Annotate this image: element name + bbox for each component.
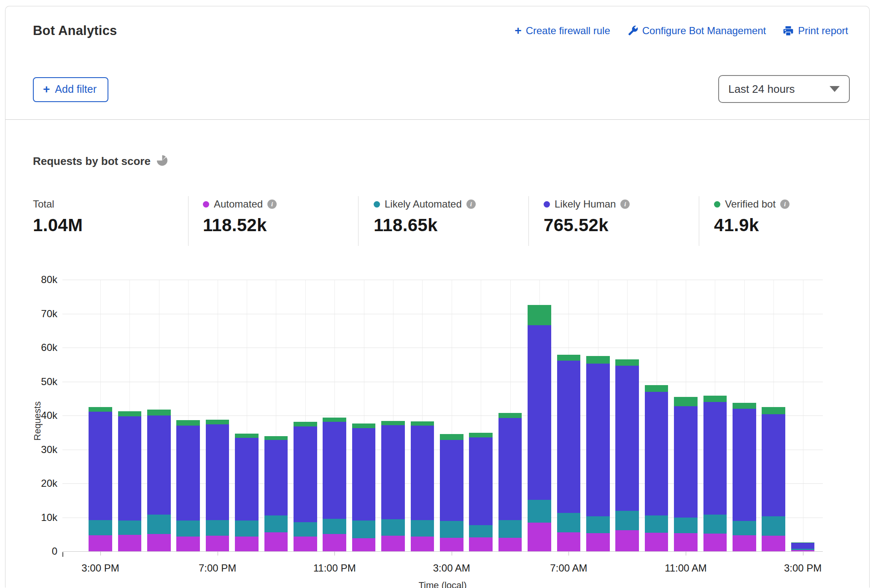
stacked-bar[interactable] bbox=[557, 355, 581, 551]
bar-segment-automated bbox=[323, 534, 346, 551]
stacked-bar[interactable] bbox=[762, 407, 785, 551]
bar-segment-likely-automated bbox=[440, 521, 463, 537]
verified-bot-dot-icon bbox=[714, 201, 720, 208]
bar-segment-likely-human bbox=[264, 440, 288, 515]
stacked-bar[interactable] bbox=[469, 433, 493, 551]
stacked-bar[interactable] bbox=[733, 403, 756, 551]
x-axis-tick bbox=[569, 552, 569, 556]
time-range-dropdown[interactable]: Last 24 hours bbox=[718, 75, 850, 103]
bar-segment-automated bbox=[381, 536, 405, 551]
bar-segment-likely-automated bbox=[294, 522, 317, 537]
bar-segment-verified-bot bbox=[294, 422, 317, 426]
bar-segment-automated bbox=[206, 536, 229, 551]
bar-segment-likely-human bbox=[557, 361, 581, 513]
bar-segment-likely-automated bbox=[498, 520, 522, 538]
create-firewall-rule-link[interactable]: + Create firewall rule bbox=[515, 25, 610, 37]
stacked-bar[interactable] bbox=[674, 397, 698, 551]
bar-segment-automated bbox=[264, 532, 288, 551]
bar-segment-automated bbox=[147, 534, 171, 551]
bar-segment-likely-automated bbox=[118, 521, 142, 535]
bar-segment-automated bbox=[89, 535, 112, 551]
bar-segment-likely-human bbox=[586, 364, 610, 516]
bot-analytics-card: Bot Analytics + Create firewall rule Con… bbox=[5, 6, 870, 588]
info-icon[interactable]: i bbox=[780, 200, 789, 209]
plus-icon: + bbox=[43, 85, 50, 94]
bar-segment-likely-automated bbox=[615, 511, 639, 530]
stacked-bar[interactable] bbox=[118, 411, 142, 551]
bar-segment-likely-human bbox=[498, 418, 522, 520]
stat-likely-automated: Likely Automated i 118.65k bbox=[374, 198, 476, 235]
bar-segment-likely-automated bbox=[703, 515, 727, 534]
bar-segment-automated bbox=[733, 535, 756, 551]
stacked-bar[interactable] bbox=[791, 542, 815, 551]
bar-segment-likely-automated bbox=[674, 518, 698, 534]
stat-value: 118.52k bbox=[203, 215, 277, 235]
stacked-bar[interactable] bbox=[294, 422, 317, 551]
bar-segment-likely-human bbox=[791, 543, 815, 549]
bar-segment-likely-human bbox=[411, 426, 434, 520]
stacked-bar[interactable] bbox=[440, 434, 463, 551]
bar-segment-verified-bot bbox=[440, 434, 463, 440]
y-axis-tick-label: 10k bbox=[28, 512, 57, 523]
stat-label: Verified bot i bbox=[714, 198, 789, 210]
stacked-bar[interactable] bbox=[645, 385, 668, 551]
stacked-bar[interactable] bbox=[615, 359, 639, 551]
stacked-bar[interactable] bbox=[89, 407, 112, 551]
bar-segment-likely-human bbox=[206, 424, 229, 520]
bar-segment-automated bbox=[528, 523, 551, 551]
stacked-bar[interactable] bbox=[352, 423, 376, 551]
bar-segment-verified-bot bbox=[733, 403, 756, 409]
bar-segment-likely-human bbox=[147, 415, 171, 515]
x-axis-tick-label: 7:00 AM bbox=[550, 562, 587, 574]
bar-segment-automated bbox=[498, 538, 522, 551]
stacked-bar[interactable] bbox=[498, 413, 522, 551]
y-axis-tick-label: 30k bbox=[28, 444, 57, 456]
add-filter-button[interactable]: + Add filter bbox=[33, 77, 108, 102]
x-axis-line bbox=[62, 551, 823, 552]
bar-segment-likely-automated bbox=[411, 520, 434, 537]
bar-segment-likely-automated bbox=[528, 500, 551, 523]
stacked-bar[interactable] bbox=[264, 436, 288, 551]
x-axis-tick-label: 3:00 PM bbox=[784, 562, 822, 574]
bar-segment-automated bbox=[352, 538, 376, 551]
stacked-bar[interactable] bbox=[411, 421, 434, 551]
page-title: Bot Analytics bbox=[33, 23, 117, 38]
stacked-bar[interactable] bbox=[323, 418, 346, 551]
stacked-bar[interactable] bbox=[176, 420, 200, 551]
bar-segment-likely-human bbox=[733, 409, 756, 521]
bar-segment-automated bbox=[176, 537, 200, 551]
info-icon[interactable]: i bbox=[466, 200, 476, 209]
configure-bot-management-label: Configure Bot Management bbox=[642, 25, 766, 37]
x-axis-tick-label: 11:00 AM bbox=[665, 562, 707, 574]
stacked-bar[interactable] bbox=[703, 396, 727, 551]
bar-segment-verified-bot bbox=[381, 421, 405, 425]
stacked-bar[interactable] bbox=[206, 420, 229, 551]
info-icon[interactable]: i bbox=[620, 200, 630, 209]
bar-segment-automated bbox=[615, 530, 639, 551]
bar-segment-verified-bot bbox=[264, 436, 288, 440]
bar-segment-likely-human bbox=[528, 325, 551, 500]
stacked-bar[interactable] bbox=[528, 305, 551, 551]
bar-segment-verified-bot bbox=[645, 385, 668, 392]
print-report-link[interactable]: Print report bbox=[783, 25, 848, 37]
y-axis-tick-label: 80k bbox=[28, 274, 57, 286]
print-report-label: Print report bbox=[798, 25, 848, 37]
y-axis-origin-tick bbox=[62, 552, 63, 557]
bar-segment-likely-automated bbox=[352, 521, 376, 538]
bar-segment-verified-bot bbox=[89, 407, 112, 412]
bar-segment-verified-bot bbox=[235, 434, 259, 438]
stat-separator bbox=[358, 196, 358, 246]
bar-segment-likely-automated bbox=[323, 519, 346, 534]
bar-segment-verified-bot bbox=[674, 397, 698, 407]
bar-segment-likely-human bbox=[323, 422, 346, 518]
stacked-bar[interactable] bbox=[586, 356, 610, 551]
bar-segment-verified-bot bbox=[118, 411, 142, 416]
stacked-bar[interactable] bbox=[381, 421, 405, 551]
likely-human-dot-icon bbox=[544, 201, 550, 208]
stacked-bar[interactable] bbox=[147, 410, 171, 551]
stacked-bar[interactable] bbox=[235, 434, 259, 551]
configure-bot-management-link[interactable]: Configure Bot Management bbox=[627, 25, 766, 37]
bar-segment-verified-bot bbox=[762, 407, 785, 414]
bar-segment-likely-human bbox=[615, 366, 639, 511]
info-icon[interactable]: i bbox=[267, 200, 277, 209]
